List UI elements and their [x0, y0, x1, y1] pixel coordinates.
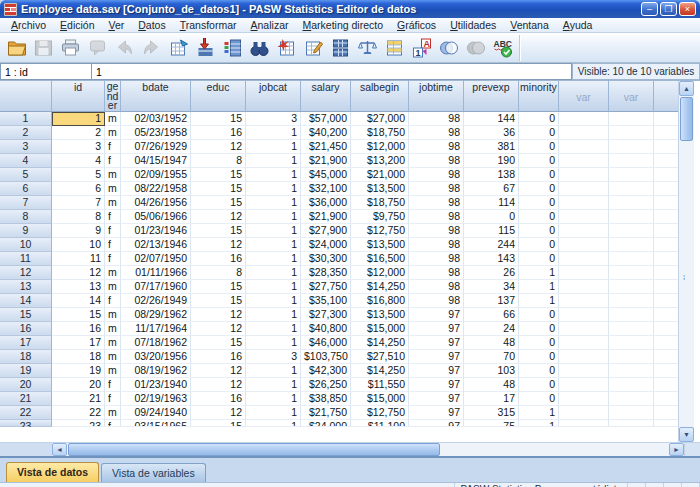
cell-id-row18[interactable]: 18 [52, 350, 105, 364]
cell-id-row21[interactable]: 21 [52, 392, 105, 406]
cell-gender-row7[interactable]: m [105, 196, 121, 210]
cell-jobcat-row17[interactable]: 1 [246, 336, 301, 350]
cell-salary-row14[interactable]: $35,100 [301, 294, 351, 308]
cell-salary-row12[interactable]: $28,350 [301, 266, 351, 280]
menu-item-ayuda[interactable]: Ayuda [556, 19, 600, 31]
cell-var11-row14[interactable] [609, 294, 654, 308]
cell-salary-row4[interactable]: $21,900 [301, 154, 351, 168]
cell-jobcat-row22[interactable]: 1 [246, 406, 301, 420]
column-header-id[interactable]: id [52, 81, 105, 112]
cell-bdate-row21[interactable]: 02/19/1963 [121, 392, 191, 406]
cell-jobtime-row2[interactable]: 98 [409, 126, 464, 140]
cell-jobtime-row5[interactable]: 98 [409, 168, 464, 182]
cell-salbegin-row12[interactable]: $12,000 [351, 266, 409, 280]
cell-gender-row20[interactable]: f [105, 378, 121, 392]
cell-jobcat-row5[interactable]: 1 [246, 168, 301, 182]
cell-educ-row8[interactable]: 12 [191, 210, 246, 224]
cell-gender-row11[interactable]: f [105, 252, 121, 266]
row-header-17[interactable]: 17 [0, 336, 52, 350]
cell-gender-row2[interactable]: m [105, 126, 121, 140]
cell-jobcat-row9[interactable]: 1 [246, 224, 301, 238]
cell-gender-row17[interactable]: m [105, 336, 121, 350]
row-header-16[interactable]: 16 [0, 322, 52, 336]
cell-jobcat-row4[interactable]: 1 [246, 154, 301, 168]
cell-var11-row6[interactable] [609, 182, 654, 196]
cell-bdate-row22[interactable]: 09/24/1940 [121, 406, 191, 420]
cell-prevexp-row9[interactable]: 115 [464, 224, 519, 238]
cell-educ-row2[interactable]: 16 [191, 126, 246, 140]
column-header-minority[interactable]: minority [519, 81, 559, 112]
cell-gender-row21[interactable]: f [105, 392, 121, 406]
cell-prevexp-row6[interactable]: 67 [464, 182, 519, 196]
cell-var10-row6[interactable] [559, 182, 609, 196]
cell-jobtime-row16[interactable]: 97 [409, 322, 464, 336]
cell-jobcat-row11[interactable]: 1 [246, 252, 301, 266]
cell-prevexp-row3[interactable]: 381 [464, 140, 519, 154]
cell-salbegin-row18[interactable]: $27,510 [351, 350, 409, 364]
cell-prevexp-row13[interactable]: 34 [464, 280, 519, 294]
cell-id-row19[interactable]: 19 [52, 364, 105, 378]
menu-item-utilidades[interactable]: Utilidades [443, 19, 503, 31]
cell-minority-row17[interactable]: 0 [519, 336, 559, 350]
cell-salary-row21[interactable]: $38,850 [301, 392, 351, 406]
cell-jobtime-row17[interactable]: 97 [409, 336, 464, 350]
cell-bdate-row7[interactable]: 04/26/1956 [121, 196, 191, 210]
cell-jobcat-row23[interactable]: 1 [246, 420, 301, 427]
row-header-14[interactable]: 14 [0, 294, 52, 308]
column-header-salary[interactable]: salary [301, 81, 351, 112]
cell-minority-row21[interactable]: 0 [519, 392, 559, 406]
menu-item-analizar[interactable]: Analizar [244, 19, 296, 31]
cell-jobtime-row6[interactable]: 98 [409, 182, 464, 196]
cell-var10-row16[interactable] [559, 322, 609, 336]
menu-item-transformar[interactable]: Transformar [173, 19, 244, 31]
cell-id-row17[interactable]: 17 [52, 336, 105, 350]
cell-salary-row15[interactable]: $27,300 [301, 308, 351, 322]
cell-salbegin-row2[interactable]: $18,750 [351, 126, 409, 140]
cell-var10-row7[interactable] [559, 196, 609, 210]
cell-var10-row9[interactable] [559, 224, 609, 238]
cell-value-editor[interactable]: 1 [92, 63, 572, 80]
cell-minority-row22[interactable]: 1 [519, 406, 559, 420]
cell-prevexp-row23[interactable]: 75 [464, 420, 519, 427]
cell-id-row14[interactable]: 14 [52, 294, 105, 308]
cell-jobtime-row20[interactable]: 97 [409, 378, 464, 392]
cell-id-row22[interactable]: 22 [52, 406, 105, 420]
cell-salary-row11[interactable]: $30,300 [301, 252, 351, 266]
cell-educ-row20[interactable]: 12 [191, 378, 246, 392]
cell-var11-row1[interactable] [609, 112, 654, 126]
cell-salbegin-row17[interactable]: $14,250 [351, 336, 409, 350]
cell-minority-row20[interactable]: 0 [519, 378, 559, 392]
cell-salary-row9[interactable]: $27,900 [301, 224, 351, 238]
cell-jobtime-row7[interactable]: 98 [409, 196, 464, 210]
menu-item-datos[interactable]: Datos [131, 19, 172, 31]
cell-jobtime-row21[interactable]: 97 [409, 392, 464, 406]
cell-jobcat-row6[interactable]: 1 [246, 182, 301, 196]
row-header-4[interactable]: 4 [0, 154, 52, 168]
cell-salary-row18[interactable]: $103,750 [301, 350, 351, 364]
cell-id-row8[interactable]: 8 [52, 210, 105, 224]
cell-bdate-row20[interactable]: 01/23/1940 [121, 378, 191, 392]
column-header-educ[interactable]: educ [191, 81, 246, 112]
cell-salbegin-row3[interactable]: $12,000 [351, 140, 409, 154]
cell-var10-row19[interactable] [559, 364, 609, 378]
cell-minority-row10[interactable]: 0 [519, 238, 559, 252]
cell-jobtime-row4[interactable]: 98 [409, 154, 464, 168]
cell-bdate-row12[interactable]: 01/11/1966 [121, 266, 191, 280]
cell-var10-row10[interactable] [559, 238, 609, 252]
cell-gender-row5[interactable]: m [105, 168, 121, 182]
cell-var10-row1[interactable] [559, 112, 609, 126]
vertical-scroll-thumb[interactable] [680, 97, 693, 141]
cell-educ-row18[interactable]: 16 [191, 350, 246, 364]
cell-var11-row21[interactable] [609, 392, 654, 406]
cell-salbegin-row20[interactable]: $11,550 [351, 378, 409, 392]
cell-salary-row20[interactable]: $26,250 [301, 378, 351, 392]
row-header-1[interactable]: 1 [0, 112, 52, 126]
row-header-7[interactable]: 7 [0, 196, 52, 210]
cell-gender-row14[interactable]: f [105, 294, 121, 308]
cell-id-row2[interactable]: 2 [52, 126, 105, 140]
cell-gender-row22[interactable]: m [105, 406, 121, 420]
row-header-13[interactable]: 13 [0, 280, 52, 294]
tab-variable-view[interactable]: Vista de variables [101, 463, 206, 482]
cell-minority-row15[interactable]: 0 [519, 308, 559, 322]
cell-minority-row6[interactable]: 0 [519, 182, 559, 196]
